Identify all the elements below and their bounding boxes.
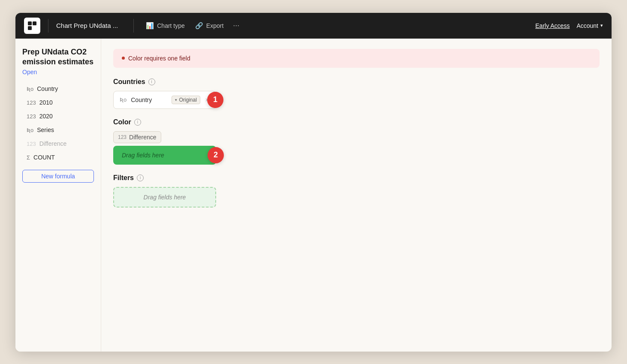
field-icon-difference: 123 — [27, 141, 36, 147]
sidebar-title: Prep UNdata CO2 emission estimates — [22, 47, 94, 67]
sidebar-item-count[interactable]: Σ COUNT — [22, 151, 94, 164]
main-content: Color requires one field Countries i Ʀo … — [101, 39, 612, 352]
sidebar-item-country[interactable]: Ʀo Country — [22, 82, 94, 95]
color-info-icon[interactable]: i — [134, 119, 141, 126]
country-field-tag[interactable]: ▾ Original — [172, 96, 200, 104]
sidebar: Prep UNdata CO2 emission estimates Open … — [15, 39, 101, 352]
filters-section-header: Filters i — [113, 174, 600, 182]
color-drop-label: Drag fields here — [122, 152, 164, 159]
field-icon-2010: 123 — [27, 99, 36, 106]
difference-field-icon: 123 — [118, 134, 127, 140]
countries-section-title: Countries — [113, 78, 145, 86]
app-logo — [24, 18, 40, 34]
color-section-title: Color — [113, 118, 131, 126]
field-icon-2020: 123 — [27, 113, 36, 120]
filters-info-icon[interactable]: i — [137, 174, 144, 181]
field-icon-count: Σ — [27, 154, 30, 161]
step-badge-1: 1 — [207, 92, 223, 108]
color-section: Color i 123 Difference Drag fields here … — [113, 118, 600, 165]
svg-rect-1 — [33, 21, 36, 25]
nav-title: Chart Prep UNdata ... — [56, 22, 118, 29]
countries-section-header: Countries i — [113, 78, 600, 86]
countries-field: Ʀo Country ▾ Original × 1 — [113, 91, 216, 109]
new-formula-button[interactable]: New formula — [22, 170, 94, 183]
export-button[interactable]: 🔗 Export — [191, 19, 228, 32]
svg-rect-2 — [28, 26, 32, 30]
error-message: Color requires one field — [128, 55, 190, 62]
field-icon-series: Ʀo — [27, 127, 33, 133]
error-dot-icon — [122, 57, 125, 60]
nav-divider-1 — [48, 19, 48, 33]
chart-type-button[interactable]: 📊 Chart type — [142, 19, 189, 32]
filters-section-title: Filters — [113, 174, 134, 182]
sidebar-open-link[interactable]: Open — [22, 69, 94, 75]
color-drop-zone[interactable]: Drag fields here 2 — [113, 146, 216, 165]
more-options-button[interactable]: ··· — [229, 19, 243, 32]
step-badge-2: 2 — [208, 147, 224, 163]
nav-divider-2 — [133, 19, 134, 33]
filter-drop-label: Drag fields here — [144, 194, 186, 201]
country-field-label: Country — [131, 96, 167, 103]
app-window: Chart Prep UNdata ... 📊 Chart type 🔗 Exp… — [15, 13, 612, 352]
tag-arrow-icon: ▾ — [175, 98, 177, 102]
sidebar-item-2010[interactable]: 123 2010 — [22, 96, 94, 109]
topnav-right: Early Access Account ▾ — [535, 22, 603, 29]
sidebar-item-2020[interactable]: 123 2020 — [22, 110, 94, 123]
difference-field-label: Difference — [129, 134, 157, 141]
export-icon: 🔗 — [195, 22, 203, 30]
sidebar-item-difference[interactable]: 123 Difference — [22, 137, 94, 150]
filter-drop-zone[interactable]: Drag fields here — [113, 187, 216, 208]
error-banner: Color requires one field — [113, 49, 600, 68]
countries-section: Countries i Ʀo Country ▾ Original × 1 — [113, 78, 600, 109]
account-button[interactable]: Account ▾ — [576, 22, 603, 29]
filters-section: Filters i Drag fields here — [113, 174, 600, 208]
country-field-icon: Ʀo — [120, 96, 127, 103]
countries-info-icon[interactable]: i — [148, 78, 155, 85]
svg-rect-0 — [28, 21, 32, 25]
app-body: Prep UNdata CO2 emission estimates Open … — [15, 39, 612, 352]
sidebar-item-series[interactable]: Ʀo Series — [22, 123, 94, 136]
chevron-down-icon: ▾ — [600, 23, 603, 28]
color-section-header: Color i — [113, 118, 600, 126]
early-access-button[interactable]: Early Access — [535, 22, 570, 29]
topnav: Chart Prep UNdata ... 📊 Chart type 🔗 Exp… — [15, 13, 612, 39]
chart-type-icon: 📊 — [146, 22, 154, 30]
field-icon-country: Ʀo — [27, 86, 33, 92]
